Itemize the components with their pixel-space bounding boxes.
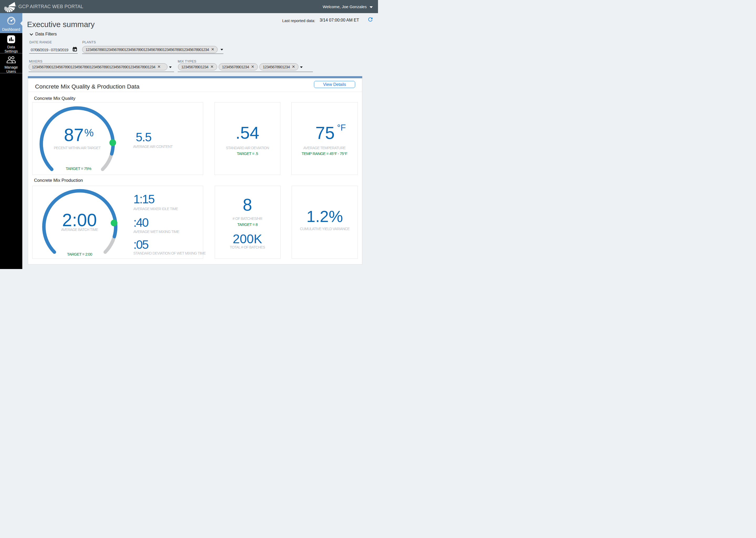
svg-text:™: ™ [16, 6, 17, 7]
